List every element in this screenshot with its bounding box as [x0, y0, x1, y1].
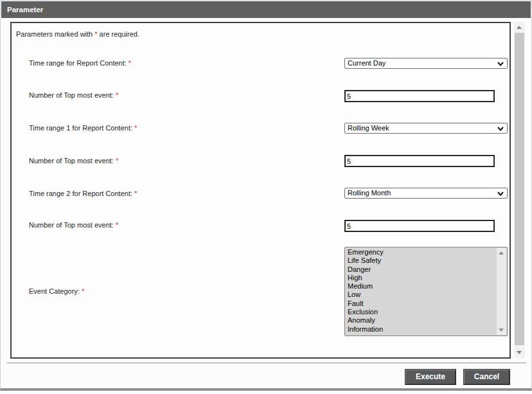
- field-label-event-category: Event Category:*: [29, 287, 84, 295]
- label-text: Event Category:: [29, 287, 80, 295]
- execute-button[interactable]: Execute: [405, 369, 456, 385]
- time-range-2-select[interactable]: Rolling Month: [344, 188, 508, 199]
- listbox-option[interactable]: Exclusion: [345, 308, 497, 316]
- label-text: Number of Top most event:: [29, 157, 114, 165]
- label-text: Time range 1 for Report Content:: [29, 124, 132, 132]
- scrollbar-up-button[interactable]: [514, 22, 525, 32]
- listbox-option[interactable]: Information: [345, 325, 497, 334]
- select-value: Rolling Month: [348, 189, 391, 197]
- scroll-down-icon: [517, 351, 522, 354]
- listbox-scrollbar[interactable]: [497, 248, 506, 335]
- required-asterisk: *: [116, 91, 118, 99]
- scroll-down-icon[interactable]: [499, 328, 504, 332]
- listbox-option[interactable]: Fault: [345, 300, 497, 308]
- required-asterisk: *: [116, 157, 118, 165]
- label-text: Number of Top most event:: [29, 221, 114, 229]
- scrollbar-down-button[interactable]: [514, 348, 525, 358]
- scroll-up-icon: [517, 26, 522, 29]
- required-asterisk: *: [134, 124, 137, 132]
- top-events-input-3[interactable]: [344, 220, 495, 232]
- footer-divider: [7, 363, 526, 363]
- field-label-top-events-2: Number of Top most event:*: [29, 157, 118, 165]
- window-titlebar: Parameter: [1, 1, 531, 18]
- chevron-down-icon: [497, 127, 504, 131]
- label-text: Number of Top most event:: [29, 91, 114, 99]
- field-label-time-range-1: Time range 1 for Report Content:*: [29, 124, 137, 132]
- required-note: Parameters marked with * are required.: [16, 30, 139, 38]
- top-events-input-1[interactable]: [344, 90, 495, 102]
- cancel-button[interactable]: Cancel: [463, 369, 510, 385]
- required-note-prefix: Parameters marked with: [16, 30, 94, 38]
- field-label-time-range: Time range for Report Content:*: [29, 59, 131, 67]
- field-label-top-events-1: Number of Top most event:*: [29, 91, 118, 99]
- event-category-options: EmergencyLife SafetyDangerHighMediumLowF…: [345, 248, 497, 335]
- listbox-option[interactable]: High: [345, 274, 497, 282]
- chevron-down-icon: [497, 62, 504, 66]
- label-text: Time range for Report Content:: [29, 59, 127, 67]
- top-events-input-2[interactable]: [344, 155, 495, 167]
- listbox-option[interactable]: Medium: [345, 282, 497, 291]
- required-asterisk: *: [129, 59, 131, 67]
- field-label-time-range-2: Time range 2 for Report Content:*: [29, 190, 137, 197]
- required-asterisk: *: [116, 221, 118, 229]
- time-range-1-select[interactable]: Rolling Week: [344, 123, 508, 134]
- select-value: Current Day: [348, 59, 386, 67]
- required-asterisk: *: [134, 190, 137, 197]
- listbox-option[interactable]: Emergency: [345, 248, 497, 256]
- window-title: Parameter: [7, 6, 43, 13]
- scrollbar-thumb[interactable]: [515, 33, 524, 345]
- listbox-option[interactable]: Anomaly: [345, 316, 497, 325]
- time-range-select[interactable]: Current Day: [344, 58, 508, 69]
- select-value: Rolling Week: [348, 124, 389, 132]
- label-text: Time range 2 for Report Content:: [29, 190, 132, 197]
- scroll-up-icon[interactable]: [499, 251, 504, 255]
- event-category-listbox[interactable]: EmergencyLife SafetyDangerHighMediumLowF…: [344, 247, 508, 336]
- required-note-suffix: are required.: [98, 30, 139, 38]
- listbox-option[interactable]: Life Safety: [345, 256, 497, 265]
- field-label-top-events-3: Number of Top most event:*: [29, 221, 118, 229]
- parameter-window: Parameter Parameters marked with * are r…: [0, 0, 532, 391]
- listbox-option[interactable]: Low: [345, 291, 497, 299]
- chevron-down-icon: [497, 192, 504, 196]
- listbox-option[interactable]: Danger: [345, 265, 497, 274]
- vertical-scrollbar[interactable]: [514, 22, 525, 358]
- required-asterisk: *: [82, 287, 84, 295]
